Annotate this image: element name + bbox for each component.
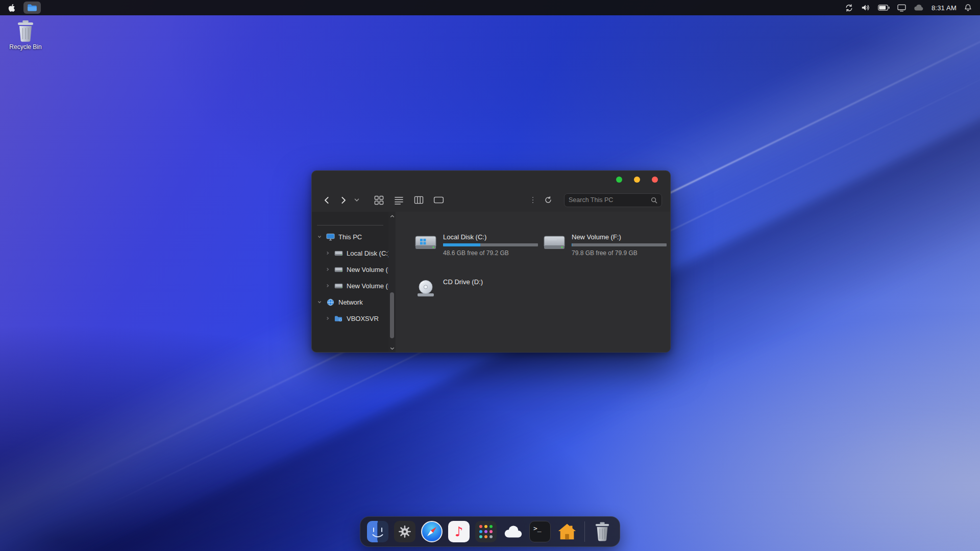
scrollbar-thumb[interactable] [390, 292, 394, 338]
window-minimize-button[interactable] [634, 177, 640, 183]
columns-view-button[interactable] [412, 193, 425, 207]
drive-detail: 79.8 GB free of 79.9 GB [572, 249, 667, 257]
drive-usage-bar [443, 243, 538, 246]
cloud-icon[interactable] [914, 4, 924, 11]
trash-icon [594, 521, 611, 542]
drive-usage-fill [572, 243, 572, 246]
dock: ♪ >_ [360, 516, 620, 547]
chevron-right-icon[interactable] [325, 267, 330, 271]
explorer-toolbar [312, 188, 670, 212]
refresh-button[interactable] [542, 193, 555, 207]
search-icon [651, 197, 657, 204]
sidebar-item-vboxsvr[interactable]: VBOXSVR [312, 310, 388, 327]
sidebar-item-network[interactable]: Network [312, 294, 388, 310]
dock-item-launchpad[interactable] [475, 520, 497, 543]
drive-detail: 48.6 GB free of 79.2 GB [443, 249, 538, 257]
more-options-icon[interactable] [532, 197, 534, 204]
drive-usage-bar [572, 243, 667, 246]
search-box [564, 193, 662, 207]
home-icon [557, 521, 577, 542]
window-titlebar[interactable] [312, 171, 670, 188]
sidebar-divider [317, 225, 383, 226]
sidebar-item-local-disk-c[interactable]: Local Disk (C:) [312, 245, 388, 261]
chevron-right-icon[interactable] [325, 251, 330, 255]
drive-tile-new-volume-f[interactable]: New Volume (F:) 79.8 GB free of 79.9 GB [543, 233, 671, 268]
volume-icon[interactable] [861, 4, 870, 12]
drive-tile-local-disk-c[interactable]: Local Disk (C:) 48.6 GB free of 79.2 GB [414, 233, 543, 268]
drive-name: New Volume (F:) [572, 233, 667, 241]
sidebar-item-label: Local Disk (C:) [347, 249, 388, 257]
chevron-down-icon[interactable] [317, 235, 322, 239]
chevron-down-icon[interactable] [317, 300, 322, 304]
explorer-content: Local Disk (C:) 48.6 GB free of 79.2 GB … [396, 212, 671, 353]
search-input[interactable] [569, 196, 648, 204]
music-note-icon: ♪ [448, 521, 470, 542]
chevron-right-icon[interactable] [325, 284, 330, 288]
gear-icon [394, 521, 415, 542]
dock-item-weather[interactable] [502, 520, 524, 543]
finder-icon [367, 521, 388, 542]
pc-icon [326, 233, 335, 241]
globe-icon [326, 298, 335, 306]
bell-icon[interactable] [964, 4, 972, 12]
drive-usage-fill [443, 243, 480, 246]
recycle-bin-label: Recycle Bin [6, 43, 45, 51]
safari-compass-icon [421, 521, 443, 542]
grid-view-button[interactable] [372, 193, 385, 207]
drive-tile-cd-drive-d[interactable]: CD Drive (D:) [414, 278, 543, 313]
folder-icon [27, 4, 37, 12]
dock-item-safari[interactable] [421, 520, 443, 543]
launchpad-icon [475, 521, 497, 542]
battery-icon[interactable] [878, 5, 890, 11]
sidebar-item-new-volume-1[interactable]: New Volume (F: [312, 261, 388, 278]
window-zoom-button[interactable] [616, 177, 622, 183]
sidebar-item-label: Network [338, 298, 363, 306]
sidebar-item-this-pc[interactable]: This PC [312, 229, 388, 245]
display-icon[interactable] [897, 4, 906, 12]
explorer-sidebar: This PC Local Disk (C:) New Volume (F: N… [312, 212, 388, 353]
hdd-icon [414, 234, 437, 254]
view-mode-group [372, 193, 445, 207]
apple-menu-icon[interactable] [8, 4, 15, 12]
history-dropdown-icon[interactable] [353, 193, 361, 207]
sidebar-item-label: VBOXSVR [347, 315, 379, 322]
dock-item-settings[interactable] [394, 520, 416, 543]
scroll-up-icon[interactable] [389, 215, 395, 218]
sidebar-item-label: New Volume (F: [347, 266, 388, 273]
recycle-bin-desktop-icon[interactable]: Recycle Bin [6, 19, 45, 51]
cd-drive-icon [414, 279, 437, 299]
dock-item-music[interactable]: ♪ [448, 520, 470, 543]
active-app-indicator[interactable] [23, 2, 41, 14]
sync-status-icon[interactable] [845, 4, 853, 12]
sidebar-item-label: This PC [338, 233, 362, 241]
back-button[interactable] [320, 193, 333, 207]
hdd-icon [543, 234, 566, 254]
dock-item-trash[interactable] [591, 520, 614, 543]
window-close-button[interactable] [652, 177, 658, 183]
recycle-bin-icon [16, 19, 35, 42]
drive-name: CD Drive (D:) [443, 278, 483, 286]
menu-bar: 8:31 AM [0, 0, 980, 15]
dock-item-terminal[interactable]: >_ [529, 520, 551, 543]
dock-item-home[interactable] [556, 520, 578, 543]
gallery-view-button[interactable] [432, 193, 445, 207]
sidebar-scrollbar[interactable] [388, 212, 396, 353]
list-view-button[interactable] [392, 193, 405, 207]
dock-separator [584, 521, 585, 542]
cloud-icon [502, 524, 524, 539]
file-explorer-window: This PC Local Disk (C:) New Volume (F: N… [311, 170, 671, 353]
chevron-right-icon[interactable] [325, 316, 330, 320]
menu-bar-clock[interactable]: 8:31 AM [932, 4, 957, 12]
drive-icon [334, 266, 343, 273]
traffic-lights [616, 177, 658, 183]
drive-icon [334, 250, 343, 257]
forward-button[interactable] [336, 193, 350, 207]
sidebar-item-label: New Volume (F:) [347, 282, 388, 290]
sidebar-item-new-volume-2[interactable]: New Volume (F:) [312, 278, 388, 294]
scroll-down-icon[interactable] [389, 347, 395, 350]
dock-item-finder[interactable] [366, 520, 389, 543]
shared-folder-icon [334, 315, 343, 322]
drive-name: Local Disk (C:) [443, 233, 538, 241]
drive-icon [334, 283, 343, 289]
terminal-icon: >_ [529, 521, 551, 542]
